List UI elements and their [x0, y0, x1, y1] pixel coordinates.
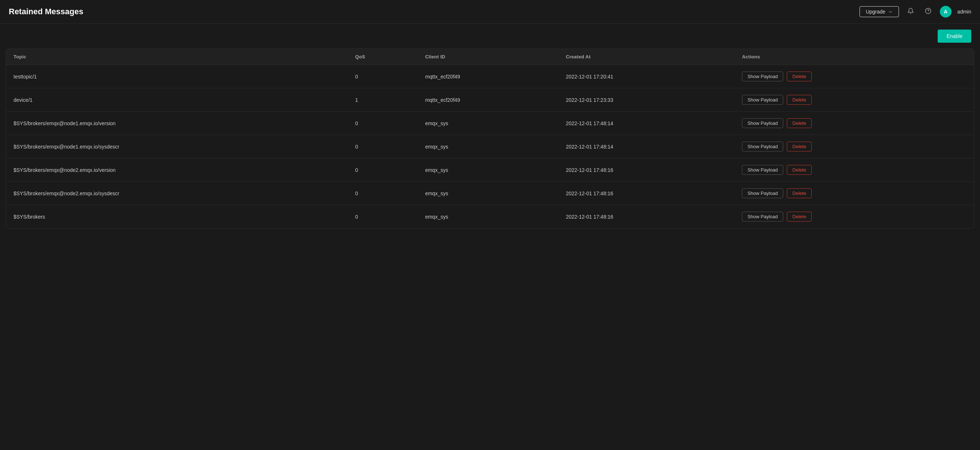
arrow-icon: → [888, 9, 893, 14]
cell-qos: 1 [348, 88, 418, 112]
cell-client-id: emqx_sys [418, 205, 558, 229]
actions-cell: Show PayloadDelete [742, 188, 966, 198]
cell-actions: Show PayloadDelete [735, 88, 974, 112]
show-payload-button[interactable]: Show Payload [742, 211, 783, 221]
cell-topic: device/1 [6, 88, 348, 112]
page-title: Retained Messages [9, 7, 83, 16]
upgrade-label: Upgrade [866, 9, 885, 14]
admin-label: admin [957, 9, 971, 14]
table-row: $SYS/brokers/emqx@node2.emqx.io/sysdescr… [6, 182, 974, 205]
cell-created-at: 2022-12-01 17:20:41 [558, 65, 735, 88]
col-topic: Topic [6, 49, 348, 65]
show-payload-button[interactable]: Show Payload [742, 118, 783, 128]
cell-client-id: emqx_sys [418, 158, 558, 182]
col-client-id: Client ID [418, 49, 558, 65]
cell-qos: 0 [348, 135, 418, 158]
col-qos: QoS [348, 49, 418, 65]
help-icon [925, 8, 931, 16]
table-row: testtopic/10mqttx_ecf20f492022-12-01 17:… [6, 65, 974, 88]
cell-client-id: emqx_sys [418, 182, 558, 205]
avatar: A [940, 6, 951, 17]
cell-topic: $SYS/brokers/emqx@node2.emqx.io/version [6, 158, 348, 182]
retained-messages-table: Topic QoS Client ID Created At Actions t… [6, 49, 974, 229]
cell-qos: 0 [348, 158, 418, 182]
cell-created-at: 2022-12-01 17:48:14 [558, 135, 735, 158]
cell-actions: Show PayloadDelete [735, 205, 974, 229]
cell-client-id: emqx_sys [418, 112, 558, 135]
cell-actions: Show PayloadDelete [735, 65, 974, 88]
table-row: $SYS/brokers/emqx@node1.emqx.io/sysdescr… [6, 135, 974, 158]
upgrade-button[interactable]: Upgrade → [859, 6, 899, 17]
delete-button[interactable]: Delete [787, 118, 812, 128]
cell-created-at: 2022-12-01 17:48:16 [558, 205, 735, 229]
cell-created-at: 2022-12-01 17:48:14 [558, 112, 735, 135]
cell-client-id: mqttx_ecf20f49 [418, 65, 558, 88]
header-actions: Upgrade → A admin [859, 6, 971, 17]
col-created-at: Created At [558, 49, 735, 65]
cell-actions: Show PayloadDelete [735, 135, 974, 158]
show-payload-button[interactable]: Show Payload [742, 142, 783, 151]
actions-cell: Show PayloadDelete [742, 118, 966, 128]
show-payload-button[interactable]: Show Payload [742, 95, 783, 105]
show-payload-button[interactable]: Show Payload [742, 72, 783, 81]
cell-actions: Show PayloadDelete [735, 158, 974, 182]
cell-created-at: 2022-12-01 17:48:16 [558, 158, 735, 182]
cell-qos: 0 [348, 112, 418, 135]
delete-button[interactable]: Delete [787, 188, 812, 198]
table-row: $SYS/brokers/emqx@node2.emqx.io/version0… [6, 158, 974, 182]
table-row: $SYS/brokers/emqx@node1.emqx.io/version0… [6, 112, 974, 135]
show-payload-button[interactable]: Show Payload [742, 188, 783, 198]
cell-topic: $SYS/brokers [6, 205, 348, 229]
enable-button[interactable]: Enable [938, 30, 971, 43]
cell-qos: 0 [348, 205, 418, 229]
table-row: $SYS/brokers0emqx_sys2022-12-01 17:48:16… [6, 205, 974, 229]
actions-cell: Show PayloadDelete [742, 142, 966, 151]
delete-button[interactable]: Delete [787, 165, 812, 175]
delete-button[interactable]: Delete [787, 142, 812, 151]
notification-button[interactable] [905, 6, 916, 17]
delete-button[interactable]: Delete [787, 72, 812, 81]
cell-created-at: 2022-12-01 17:23:33 [558, 88, 735, 112]
header: Retained Messages Upgrade → A [0, 0, 980, 24]
actions-cell: Show PayloadDelete [742, 165, 966, 175]
cell-qos: 0 [348, 182, 418, 205]
delete-button[interactable]: Delete [787, 211, 812, 221]
actions-cell: Show PayloadDelete [742, 211, 966, 221]
cell-topic: $SYS/brokers/emqx@node1.emqx.io/sysdescr [6, 135, 348, 158]
actions-cell: Show PayloadDelete [742, 95, 966, 105]
cell-topic: testtopic/1 [6, 65, 348, 88]
actions-cell: Show PayloadDelete [742, 72, 966, 81]
cell-actions: Show PayloadDelete [735, 112, 974, 135]
col-actions: Actions [735, 49, 974, 65]
cell-actions: Show PayloadDelete [735, 182, 974, 205]
cell-created-at: 2022-12-01 17:48:16 [558, 182, 735, 205]
help-button[interactable] [922, 6, 934, 17]
cell-client-id: emqx_sys [418, 135, 558, 158]
cell-topic: $SYS/brokers/emqx@node1.emqx.io/version [6, 112, 348, 135]
table-row: device/11mqttx_ecf20f492022-12-01 17:23:… [6, 88, 974, 112]
bell-icon [907, 8, 914, 16]
delete-button[interactable]: Delete [787, 95, 812, 105]
toolbar: Enable [0, 24, 980, 49]
cell-client-id: mqttx_ecf20f49 [418, 88, 558, 112]
table-body: testtopic/10mqttx_ecf20f492022-12-01 17:… [6, 65, 974, 229]
cell-topic: $SYS/brokers/emqx@node2.emqx.io/sysdescr [6, 182, 348, 205]
show-payload-button[interactable]: Show Payload [742, 165, 783, 175]
table-header: Topic QoS Client ID Created At Actions [6, 49, 974, 65]
cell-qos: 0 [348, 65, 418, 88]
